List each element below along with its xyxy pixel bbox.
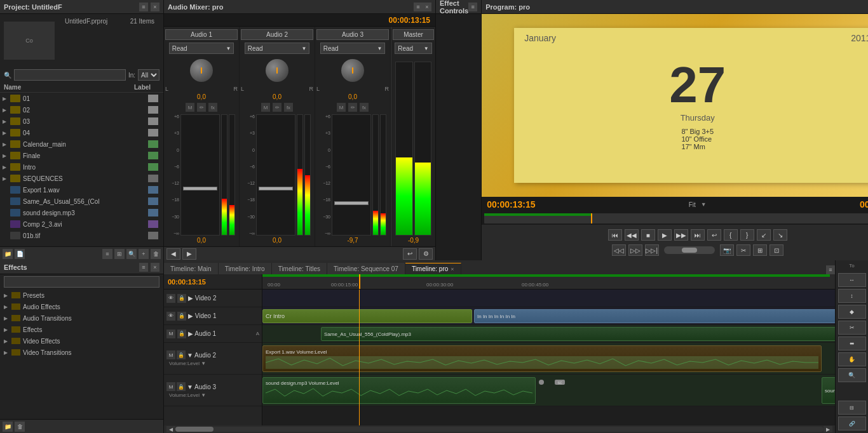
effects-category-video-effects[interactable]: ▶ Video Effects xyxy=(0,335,163,347)
step-frame-fwd-btn[interactable]: ⏭ xyxy=(691,229,705,241)
overwrite-btn[interactable]: ↘ xyxy=(773,229,787,241)
razor-tool-btn[interactable]: ✂ xyxy=(838,321,866,335)
track-mute-audio2[interactable]: M xyxy=(166,350,175,359)
list-item[interactable]: ▶ 04 xyxy=(0,127,163,138)
effects-icon[interactable]: fx xyxy=(208,103,217,112)
track-lock-video1[interactable]: 🔒 xyxy=(177,312,186,321)
channel1-pan-knob[interactable] xyxy=(190,59,213,82)
scroll-left-btn[interactable]: ◀ xyxy=(166,426,175,432)
tab-timeline-intro[interactable]: Timeline: Intro xyxy=(219,263,272,274)
solo-icon[interactable]: ✏ xyxy=(348,103,357,112)
jog-fwd2-btn[interactable]: ▷▷| xyxy=(645,244,659,256)
timeline-panel-menu[interactable]: ≡ xyxy=(826,265,835,274)
zoom-tool-btn[interactable]: 🔍 xyxy=(838,368,866,382)
track-lock-audio3[interactable]: 🔒 xyxy=(177,382,186,391)
tab-timeline-titles[interactable]: Timeline: Titles xyxy=(272,263,327,274)
mixer-settings-btn[interactable]: ⚙ xyxy=(419,248,433,260)
list-item[interactable]: ▶ 03 xyxy=(0,116,163,127)
stop-btn[interactable]: ■ xyxy=(641,229,655,241)
mixer-loop-btn[interactable]: ↩ xyxy=(403,248,417,260)
track-lock-audio2[interactable]: 🔒 xyxy=(177,350,186,359)
timeline-scrollbar[interactable]: ◀ ▶ xyxy=(164,425,835,433)
track-select-btn[interactable]: ↕ xyxy=(838,289,866,303)
jog-back-btn[interactable]: ◁◁ xyxy=(612,244,626,256)
new-item-icon[interactable]: 📄 xyxy=(15,249,25,259)
delete-icon[interactable]: 🗑 xyxy=(151,249,161,259)
mixer-prev-btn[interactable]: ◀ xyxy=(166,248,180,260)
fader-handle[interactable] xyxy=(183,187,217,190)
channel1-fader-track[interactable] xyxy=(180,114,220,236)
track-visibility-video1[interactable]: 👁 xyxy=(166,312,175,321)
multi-cam-btn[interactable]: ⊞ xyxy=(753,244,767,256)
clip-audio-sounddesign-1[interactable]: sound design.mp3 Volume:Level xyxy=(262,377,536,404)
effects-search-input[interactable] xyxy=(4,276,159,288)
step-back-btn[interactable]: ⏮ xyxy=(608,229,622,241)
fader-handle[interactable] xyxy=(259,187,293,190)
mute-icon[interactable]: M xyxy=(337,103,346,112)
clip-intro[interactable]: Cr Intro xyxy=(262,309,472,323)
solo-icon[interactable]: ✏ xyxy=(273,103,281,112)
effects-category-effects[interactable]: ▶ Effects xyxy=(0,324,163,335)
list-item[interactable]: ▶ 02 xyxy=(0,104,163,116)
effects-category-video-transitions[interactable]: ▶ Video Transitions xyxy=(0,347,163,358)
new-bin-icon[interactable]: 📁 xyxy=(3,249,13,259)
track-lock-video2[interactable]: 🔒 xyxy=(177,294,186,303)
project-search-input[interactable] xyxy=(14,69,126,81)
export-frame-btn[interactable]: 📷 xyxy=(720,244,734,256)
monitor-scrubbar[interactable] xyxy=(484,213,868,223)
loop-btn[interactable]: ↩ xyxy=(707,229,721,241)
clip-audio-export[interactable]: Export 1.wav Volume:Level xyxy=(262,345,822,372)
project-panel-menu[interactable]: ≡ xyxy=(139,3,148,11)
list-item[interactable]: ▶ Intro xyxy=(0,161,163,173)
effects-panel-close[interactable]: × xyxy=(151,263,159,272)
effects-panel-menu[interactable]: ≡ xyxy=(139,263,148,272)
out-point-btn[interactable]: } xyxy=(740,229,754,241)
track-mute-audio1[interactable]: M xyxy=(166,330,175,338)
h-scrollbar-thumb[interactable] xyxy=(175,427,214,432)
list-item[interactable]: ▶ Comp 2_3.avi xyxy=(0,218,163,230)
audio2-track-row[interactable]: Export 1.wav Volume:Level xyxy=(262,343,835,375)
tab-timeline-main[interactable]: Timeline: Main xyxy=(164,263,219,274)
audio-mixer-menu[interactable]: ≡ xyxy=(414,3,423,11)
effects-icon[interactable]: fx xyxy=(284,103,293,112)
hand-tool-btn[interactable]: ✋ xyxy=(838,352,866,366)
selection-tool-btn[interactable]: ↔ xyxy=(838,273,866,287)
track-lock-audio1[interactable]: 🔒 xyxy=(177,330,186,338)
clip-video-main[interactable]: In In In In In In In xyxy=(474,309,835,323)
linked-select-btn[interactable]: 🔗 xyxy=(838,416,866,430)
h-scrollbar-track[interactable] xyxy=(175,427,824,432)
video1-track-row[interactable]: Cr Intro In In In In In In In xyxy=(262,307,835,325)
tab-close-icon[interactable]: × xyxy=(451,266,454,272)
solo-icon[interactable]: ✏ xyxy=(197,103,206,112)
effects-category-audio-transitions[interactable]: ▶ Audio Transitions xyxy=(0,312,163,324)
effects-category-audio-effects[interactable]: ▶ Audio Effects xyxy=(0,301,163,312)
rewind-btn[interactable]: ◀◀ xyxy=(625,229,639,241)
channel3-read[interactable]: Read ▼ xyxy=(320,43,386,54)
effect-controls-menu[interactable]: ≡ xyxy=(468,3,477,11)
scroll-right-btn[interactable]: ▶ xyxy=(824,426,832,432)
clip-audio-sounddesign-2[interactable]: sound design.mp3 1e:Level xyxy=(822,377,835,404)
channel1-read[interactable]: Read ▼ xyxy=(169,43,234,54)
delete-effect-icon[interactable]: 🗑 xyxy=(15,422,25,432)
tab-timeline-sequence07[interactable]: Timeline: Sequence 07 xyxy=(327,263,405,274)
channel3-fader-track[interactable] xyxy=(332,114,371,236)
snap-btn[interactable]: ⊟ xyxy=(838,401,866,415)
list-item[interactable]: ▶ 01 xyxy=(0,93,163,104)
list-item[interactable]: ▶ Finale xyxy=(0,150,163,161)
track-mute-audio3[interactable]: M xyxy=(166,382,175,391)
list-view-icon[interactable]: ≡ xyxy=(102,249,112,259)
step-fwd-btn[interactable]: ▶▶ xyxy=(674,229,688,241)
track-visibility-video2[interactable]: 👁 xyxy=(166,294,175,303)
clip-audio-same[interactable]: Same_As_Usual_556_(ColdPlay).mp3 xyxy=(321,327,835,341)
video2-track-row[interactable] xyxy=(262,290,835,307)
play-btn[interactable]: ▶ xyxy=(658,229,672,241)
audio3-track-row[interactable]: sound design.mp3 Volume:Level sound desi… xyxy=(262,375,835,406)
mute-icon[interactable]: M xyxy=(186,103,194,112)
effects-icon[interactable]: fx xyxy=(360,103,369,112)
project-panel-close[interactable]: × xyxy=(151,3,159,11)
list-item[interactable]: ▶ Export 1.wav xyxy=(0,184,163,196)
insert-btn[interactable]: ↙ xyxy=(757,229,771,241)
audio1-track-row[interactable]: Same_As_Usual_556_(ColdPlay).mp3 xyxy=(262,325,835,343)
channel2-read[interactable]: Read ▼ xyxy=(245,43,310,54)
new-custom-bin-icon[interactable]: 📁 xyxy=(3,422,13,432)
